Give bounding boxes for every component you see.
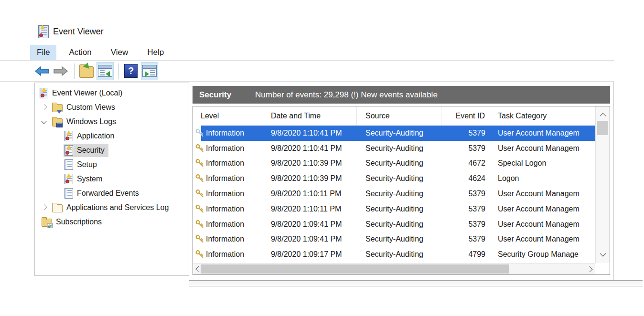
tree-item[interactable]: Windows Logs bbox=[35, 115, 189, 129]
event-row[interactable]: Information 9/8/2020 1:10:11 PM Security… bbox=[193, 201, 595, 217]
back-button[interactable] bbox=[33, 62, 51, 80]
menu-item[interactable]: Action bbox=[62, 45, 98, 60]
audit-success-key-icon bbox=[195, 250, 204, 259]
event-level: Information bbox=[206, 250, 244, 259]
audit-success-key-icon bbox=[195, 144, 204, 153]
column-header-row: Level Date and Time Source Event ID Task… bbox=[193, 106, 595, 126]
back-icon bbox=[34, 66, 50, 76]
toolbar: ? bbox=[0, 61, 614, 82]
vertical-scrollbar-thumb[interactable] bbox=[597, 121, 608, 135]
log-name: Security bbox=[199, 90, 231, 100]
horizontal-scrollbar[interactable] bbox=[193, 263, 595, 274]
event-task-category: Logon bbox=[489, 174, 595, 183]
event-viewer-app-icon bbox=[38, 25, 49, 38]
tree-item[interactable]: Setup bbox=[35, 158, 189, 172]
tree-item[interactable]: Forwarded Events bbox=[35, 186, 189, 200]
tree-item[interactable]: Security bbox=[35, 143, 189, 158]
help-button[interactable]: ? bbox=[122, 62, 140, 80]
tree-item[interactable]: Subscriptions bbox=[35, 215, 189, 229]
event-task-category: User Account Managem bbox=[489, 190, 595, 198]
toolbar-separator bbox=[74, 63, 75, 79]
expander-icon[interactable] bbox=[41, 204, 48, 211]
log-header-bar: Security Number of events: 29,298 (!) Ne… bbox=[193, 86, 610, 104]
tree-item-icon bbox=[64, 145, 73, 156]
scroll-up-icon[interactable] bbox=[596, 110, 610, 120]
event-level: Information bbox=[206, 205, 244, 213]
tree-item-icon bbox=[52, 104, 63, 112]
event-date: 9/8/2020 1:10:11 PM bbox=[262, 205, 357, 213]
event-level: Information bbox=[206, 190, 244, 198]
tree-item[interactable]: Applications and Services Log bbox=[35, 200, 189, 215]
tree-item-label: Custom Views bbox=[66, 103, 115, 112]
console-tree-toggle-button[interactable] bbox=[97, 62, 114, 80]
tree-item-label: Windows Logs bbox=[66, 117, 116, 126]
event-level: Information bbox=[206, 174, 244, 183]
tree-item[interactable]: Application bbox=[35, 129, 189, 143]
event-rows: Information 9/8/2020 1:10:41 PM Security… bbox=[193, 126, 595, 262]
scroll-down-icon[interactable] bbox=[596, 250, 610, 259]
column-header-date[interactable]: Date and Time bbox=[262, 106, 357, 126]
event-row[interactable]: Information 9/8/2020 1:10:39 PM Security… bbox=[193, 171, 595, 186]
console-tree-toggle-icon bbox=[98, 65, 112, 77]
event-id: 5379 bbox=[441, 220, 489, 229]
event-level: Information bbox=[206, 159, 244, 168]
window-title: Event Viewer bbox=[53, 27, 104, 37]
event-level: Information bbox=[206, 144, 244, 153]
forward-button[interactable] bbox=[52, 62, 69, 80]
preview-pane-top-edge bbox=[189, 280, 643, 286]
audit-success-key-icon bbox=[195, 158, 204, 168]
tree-item-label: System bbox=[77, 175, 102, 183]
menu-item[interactable]: Help bbox=[140, 45, 171, 60]
event-id: 5379 bbox=[441, 235, 489, 243]
event-date: 9/8/2020 1:10:41 PM bbox=[262, 129, 357, 137]
tree-item-icon bbox=[40, 88, 48, 98]
event-task-category: User Account Managem bbox=[489, 129, 595, 137]
event-row[interactable]: Information 9/8/2020 1:09:17 PM Security… bbox=[193, 247, 595, 262]
event-source: Security-Auditing bbox=[357, 220, 441, 229]
event-row[interactable]: Information 9/8/2020 1:09:41 PM Security… bbox=[193, 217, 595, 232]
event-row[interactable]: Information 9/8/2020 1:09:41 PM Security… bbox=[193, 232, 595, 247]
console-tree-pane: Event Viewer (Local) Custom Views Window… bbox=[34, 83, 189, 276]
event-row[interactable]: Information 9/8/2020 1:10:41 PM Security… bbox=[193, 126, 595, 141]
expander-icon[interactable] bbox=[41, 104, 48, 111]
column-header-task[interactable]: Task Category bbox=[489, 106, 595, 126]
forward-icon bbox=[53, 66, 68, 76]
event-source: Security-Auditing bbox=[357, 235, 441, 243]
event-source: Security-Auditing bbox=[357, 205, 441, 213]
event-row[interactable]: Information 9/8/2020 1:10:41 PM Security… bbox=[193, 141, 595, 156]
tree-item-icon bbox=[64, 188, 73, 199]
menu-item[interactable]: View bbox=[104, 45, 135, 60]
event-source: Security-Auditing bbox=[357, 129, 441, 137]
event-source: Security-Auditing bbox=[357, 190, 441, 198]
event-id: 5379 bbox=[441, 144, 489, 153]
menu-bar: File Action View Help bbox=[0, 45, 614, 61]
action-pane-toggle-button[interactable] bbox=[141, 62, 158, 80]
event-row[interactable]: Information 9/8/2020 1:10:39 PM Security… bbox=[193, 156, 595, 171]
tree-item-icon bbox=[64, 174, 73, 184]
column-header-eventid[interactable]: Event ID bbox=[441, 106, 489, 126]
column-header-level[interactable]: Level bbox=[193, 106, 262, 126]
event-date: 9/8/2020 1:09:41 PM bbox=[262, 220, 357, 229]
tree-item-icon bbox=[64, 159, 73, 170]
tree-item[interactable]: Event Viewer (Local) bbox=[35, 86, 189, 100]
event-date: 9/8/2020 1:10:41 PM bbox=[262, 144, 357, 153]
tree-item[interactable]: Custom Views bbox=[35, 100, 189, 115]
event-task-category: User Account Managem bbox=[489, 220, 595, 229]
menu-item[interactable]: File bbox=[30, 45, 56, 60]
column-header-source[interactable]: Source bbox=[357, 106, 441, 126]
event-task-category: User Account Managem bbox=[489, 235, 595, 243]
open-saved-log-button[interactable] bbox=[78, 62, 95, 80]
event-row[interactable]: Information 9/8/2020 1:10:11 PM Security… bbox=[193, 186, 595, 201]
audit-success-key-icon bbox=[195, 220, 204, 229]
expander-icon[interactable] bbox=[41, 118, 48, 126]
horizontal-scrollbar-thumb[interactable] bbox=[201, 264, 509, 274]
event-date: 9/8/2020 1:09:17 PM bbox=[262, 250, 357, 259]
event-id: 5379 bbox=[441, 190, 489, 198]
vertical-scrollbar[interactable] bbox=[595, 106, 610, 263]
event-task-category: User Account Managem bbox=[489, 144, 595, 153]
tree-item-label: Setup bbox=[77, 160, 97, 169]
tree-item[interactable]: System bbox=[35, 172, 189, 186]
event-id: 5379 bbox=[441, 129, 489, 137]
window-title-row: Event Viewer bbox=[38, 24, 104, 39]
scroll-right-icon[interactable] bbox=[586, 263, 595, 274]
